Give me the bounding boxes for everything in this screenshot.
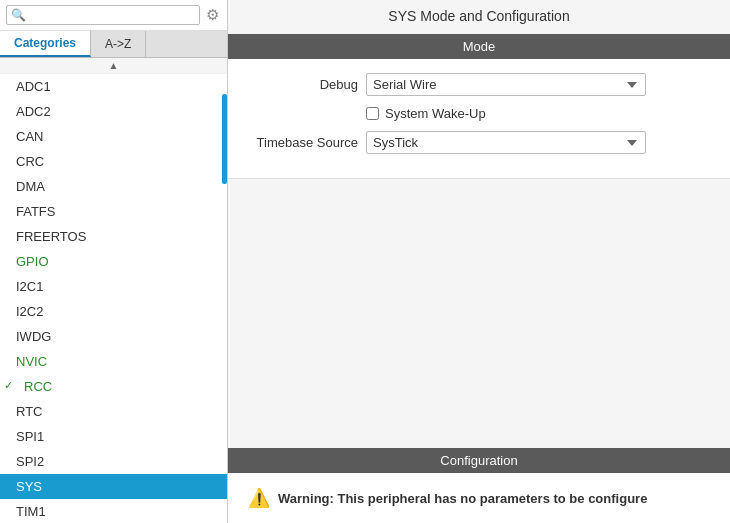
sidebar-item-dma[interactable]: DMA <box>0 174 227 199</box>
sidebar-item-rtc[interactable]: RTC <box>0 399 227 424</box>
system-wakeup-label: System Wake-Up <box>385 106 486 121</box>
sidebar-item-gpio[interactable]: GPIO <box>0 249 227 274</box>
tab-atoz[interactable]: A->Z <box>91 31 146 57</box>
sidebar-item-fatfs[interactable]: FATFS <box>0 199 227 224</box>
spacer <box>228 179 730 440</box>
sidebar-list: ADC1 ADC2 CAN CRC DMA FATFS FREERTOS GPI… <box>0 74 227 523</box>
search-input[interactable] <box>29 8 195 22</box>
debug-row: Debug Serial Wire No Debug JTAG (5 pins)… <box>248 73 710 96</box>
timebase-label: Timebase Source <box>248 135 358 150</box>
scroll-arrows: ▲ <box>0 58 227 74</box>
debug-label: Debug <box>248 77 358 92</box>
main-content: SYS Mode and Configuration Mode Debug Se… <box>228 0 730 523</box>
config-section: Configuration ⚠️ Warning: This periphera… <box>228 448 730 523</box>
search-input-wrap[interactable]: 🔍 <box>6 5 200 25</box>
sidebar-item-i2c2[interactable]: I2C2 <box>0 299 227 324</box>
system-wakeup-row: System Wake-Up <box>248 106 710 121</box>
sidebar-item-rcc[interactable]: ✓ RCC <box>0 374 227 399</box>
sidebar-item-sys[interactable]: SYS <box>0 474 227 499</box>
timebase-row: Timebase Source SysTick TIM1 TIM2 <box>248 131 710 154</box>
sidebar-item-spi1[interactable]: SPI1 <box>0 424 227 449</box>
tab-categories[interactable]: Categories <box>0 31 91 57</box>
scroll-up-icon: ▲ <box>109 60 119 71</box>
mode-section: Mode Debug Serial Wire No Debug JTAG (5 … <box>228 34 730 179</box>
rcc-check-icon: ✓ <box>4 379 13 392</box>
mode-header: Mode <box>228 34 730 59</box>
system-wakeup-checkbox[interactable] <box>366 107 379 120</box>
sidebar-item-adc1[interactable]: ADC1 <box>0 74 227 99</box>
timebase-select[interactable]: SysTick TIM1 TIM2 <box>366 131 646 154</box>
warning-row: ⚠️ Warning: This peripheral has no param… <box>228 473 730 523</box>
sidebar-item-spi2[interactable]: SPI2 <box>0 449 227 474</box>
search-icon: 🔍 <box>11 8 26 22</box>
sidebar-item-iwdg[interactable]: IWDG <box>0 324 227 349</box>
sidebar: 🔍 ⚙ Categories A->Z ▲ ADC1 ADC2 CAN CRC … <box>0 0 228 523</box>
sidebar-item-crc[interactable]: CRC <box>0 149 227 174</box>
sidebar-item-can[interactable]: CAN <box>0 124 227 149</box>
page-title: SYS Mode and Configuration <box>228 0 730 34</box>
debug-select[interactable]: Serial Wire No Debug JTAG (5 pins) JTAG … <box>366 73 646 96</box>
scrollbar-thumb[interactable] <box>222 94 227 184</box>
sidebar-item-freertos[interactable]: FREERTOS <box>0 224 227 249</box>
gear-button[interactable]: ⚙ <box>204 4 221 26</box>
mode-body: Debug Serial Wire No Debug JTAG (5 pins)… <box>228 59 730 179</box>
config-header: Configuration <box>228 448 730 473</box>
tabs-bar: Categories A->Z <box>0 31 227 58</box>
warning-text: Warning: This peripheral has no paramete… <box>278 491 647 506</box>
gear-icon: ⚙ <box>206 6 219 23</box>
sidebar-item-adc2[interactable]: ADC2 <box>0 99 227 124</box>
warning-icon: ⚠️ <box>248 487 270 509</box>
sidebar-item-tim1[interactable]: TIM1 <box>0 499 227 523</box>
sidebar-item-i2c1[interactable]: I2C1 <box>0 274 227 299</box>
search-bar: 🔍 ⚙ <box>0 0 227 31</box>
sidebar-item-nvic[interactable]: NVIC <box>0 349 227 374</box>
